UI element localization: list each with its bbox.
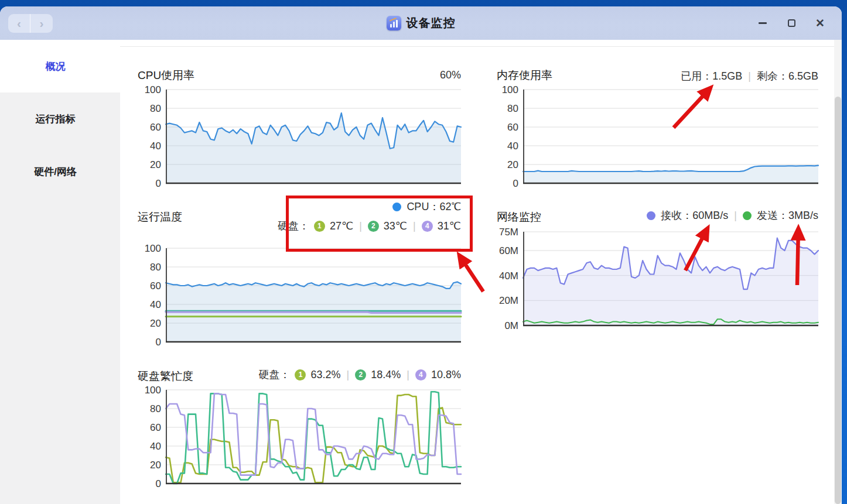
legend-line: 硬盘：163.2%|218.4%|410.8% — [258, 368, 461, 382]
chart-legend: 接收：60MB/s|发送：3MB/s — [647, 208, 818, 222]
chart-title: CPU使用率 — [138, 68, 194, 83]
svg-text:100: 100 — [145, 85, 161, 95]
svg-text:60M: 60M — [499, 245, 518, 256]
close-button[interactable]: ✕ — [814, 17, 826, 30]
disk-busy-plot: 100806040200 — [136, 385, 462, 489]
svg-text:80: 80 — [150, 262, 161, 273]
temperature-plot: 100806040200 — [136, 244, 462, 348]
svg-text:0: 0 — [156, 178, 161, 189]
legend-number-badge: 2 — [355, 369, 366, 380]
cpu-usage-plot: 100806040200 — [136, 85, 462, 189]
chart-title: 运行温度 — [138, 210, 182, 225]
legend-dot-icon — [743, 211, 752, 220]
chart-title: 硬盘繁忙度 — [138, 369, 193, 384]
svg-text:40: 40 — [150, 140, 161, 152]
svg-text:20M: 20M — [499, 295, 518, 306]
app-window: ‹ › 设备监控 ✕ 概况运行指标硬件/网络 CPU使用率 — [0, 6, 842, 504]
chart-title: 内存使用率 — [497, 68, 552, 83]
memory-usage-plot: 100806040200 — [494, 85, 819, 189]
minimize-icon — [759, 22, 767, 24]
scrollbar-thumb[interactable] — [835, 97, 841, 504]
scrollbar-track[interactable] — [834, 40, 842, 504]
titlebar: ‹ › 设备监控 ✕ — [0, 6, 842, 40]
legend-line: 接收：60MB/s|发送：3MB/s — [647, 208, 818, 222]
svg-text:100: 100 — [145, 244, 161, 254]
svg-text:75M: 75M — [499, 227, 518, 238]
close-icon: ✕ — [815, 16, 825, 30]
svg-text:60: 60 — [150, 422, 161, 433]
main-content: CPU使用率 60% 100806040200 内存使用率 已用：1.5GB|剩… — [120, 40, 842, 504]
network-monitor-plot: 75M60M40M20M0M — [494, 227, 819, 331]
svg-text:40: 40 — [150, 441, 161, 452]
legend-line: 60% — [440, 69, 461, 81]
svg-text:0M: 0M — [504, 320, 518, 331]
svg-text:60: 60 — [150, 122, 161, 133]
bar-chart-app-icon — [387, 16, 401, 30]
annotation-red-box — [286, 196, 473, 252]
chart-legend: 60% — [440, 69, 461, 81]
svg-text:20: 20 — [150, 460, 161, 471]
window-title-group: 设备监控 — [0, 6, 842, 40]
svg-text:100: 100 — [502, 85, 518, 95]
maximize-button[interactable] — [785, 17, 798, 30]
svg-text:60: 60 — [150, 280, 161, 292]
svg-text:20: 20 — [150, 159, 161, 170]
window-controls: ✕ — [756, 6, 826, 40]
svg-text:0: 0 — [156, 337, 161, 348]
svg-text:80: 80 — [150, 403, 161, 414]
svg-text:80: 80 — [150, 103, 161, 114]
svg-text:40M: 40M — [499, 270, 518, 282]
legend-line: 已用：1.5GB|剩余：6.5GB — [681, 69, 818, 83]
chart-legend: 已用：1.5GB|剩余：6.5GB — [681, 69, 818, 83]
chart-title: 网络监控 — [497, 210, 541, 225]
chart-legend: 硬盘：163.2%|218.4%|410.8% — [258, 368, 461, 382]
svg-text:20: 20 — [150, 318, 161, 329]
sidebar-item-2[interactable]: 硬件/网络 — [0, 145, 120, 198]
content-top-divider — [120, 46, 834, 47]
svg-text:20: 20 — [507, 159, 518, 170]
sidebar-item-0[interactable]: 概况 — [0, 40, 120, 92]
svg-text:0: 0 — [156, 478, 161, 489]
svg-text:40: 40 — [507, 140, 518, 152]
svg-text:80: 80 — [507, 103, 518, 114]
sidebar: 概况运行指标硬件/网络 — [0, 40, 120, 504]
legend-dot-icon — [647, 211, 655, 220]
legend-number-badge: 4 — [415, 369, 426, 380]
svg-text:60: 60 — [507, 122, 518, 133]
maximize-icon — [788, 19, 795, 27]
legend-number-badge: 1 — [295, 369, 306, 380]
sidebar-item-1[interactable]: 运行指标 — [0, 92, 120, 145]
window-title: 设备监控 — [407, 15, 456, 31]
svg-text:100: 100 — [145, 385, 161, 396]
minimize-button[interactable] — [756, 17, 769, 30]
svg-text:40: 40 — [150, 299, 161, 310]
svg-text:0: 0 — [513, 178, 518, 189]
